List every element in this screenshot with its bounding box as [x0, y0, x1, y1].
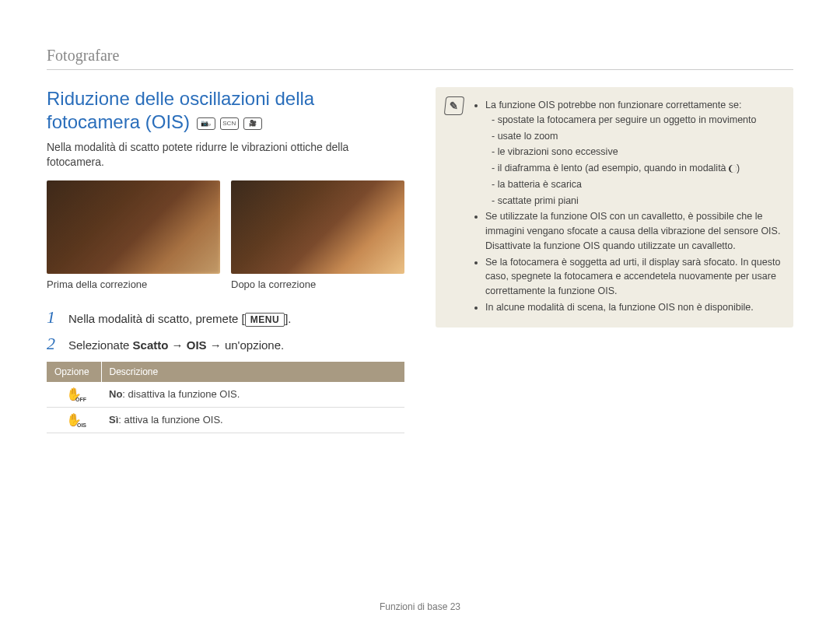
step-1: 1 Nella modalità di scatto, premete [MEN…	[47, 307, 404, 328]
left-column: Riduzione delle oscillazioni della fotoc…	[47, 87, 404, 433]
steps-list: 1 Nella modalità di scatto, premete [MEN…	[47, 307, 404, 354]
note-sub: il diaframma è lento (ad esempio, quando…	[492, 161, 781, 176]
step-number: 1	[47, 307, 61, 328]
note-bullet: La funzione OIS potrebbe non funzionare …	[485, 98, 781, 208]
ois-off-icon: ✋OFF	[66, 388, 82, 401]
caption-before: Prima della correzione	[47, 278, 220, 290]
camera-p-icon: 📷ₚ	[197, 117, 215, 130]
title-text: Riduzione delle oscillazioni della fotoc…	[47, 88, 314, 132]
step-2: 2 Selezionate Scatto → OIS → un'opzione.	[47, 334, 404, 354]
note-bullet: Se la fotocamera è soggetta ad urti, il …	[485, 255, 781, 299]
video-icon: 🎥	[243, 117, 262, 130]
opt-yes-label: Sì	[109, 414, 118, 426]
note-icon: ✎	[444, 96, 465, 115]
menu-button-label: MENU	[245, 313, 285, 327]
example-photos: Prima della correzione Dopo la correzion…	[47, 180, 404, 290]
page-title: Riduzione delle oscillazioni della fotoc…	[47, 87, 404, 134]
table-row: ✋OFF No: disattiva la funzione OIS.	[47, 382, 404, 408]
th-desc: Descrizione	[101, 362, 404, 382]
opt-no-text: : disattiva la funzione OIS.	[122, 388, 240, 400]
ois-on-icon: ✋OIS	[66, 414, 82, 426]
intro-text: Nella modalità di scatto potete ridurre …	[47, 140, 404, 170]
note-sub: le vibrazioni sono eccessive	[492, 145, 781, 159]
note-b1: La funzione OIS potrebbe non funzionare …	[485, 100, 741, 110]
photo-before	[47, 180, 220, 274]
footer-label: Funzioni di base	[380, 601, 447, 612]
note-bullet: In alcune modalità di scena, la funzione…	[485, 300, 781, 315]
page-footer: Funzioni di base 23	[0, 601, 840, 612]
caption-after: Dopo la correzione	[231, 278, 404, 290]
step2-arrow2: → un'opzione.	[207, 338, 285, 352]
th-option: Opzione	[47, 362, 101, 382]
note-sub: scattate primi piani	[492, 194, 781, 208]
step2-bold2: OIS	[187, 338, 207, 352]
note-sub: usate lo zoom	[492, 129, 781, 144]
section-label: Fotografare	[47, 47, 793, 70]
note-sub: spostate la fotocamera per seguire un og…	[492, 113, 781, 128]
step2-prefix: Selezionate	[68, 338, 133, 352]
table-row: ✋OIS Sì: attiva la funzione OIS.	[47, 407, 404, 433]
opt-no-label: No	[109, 388, 122, 400]
step1-suffix: ].	[285, 312, 291, 325]
options-table: Opzione Descrizione ✋OFF No: disattiva l…	[47, 362, 404, 433]
step2-bold1: Scatto	[133, 338, 169, 352]
note-bullet: Se utilizzate la funzione OIS con un cav…	[485, 209, 781, 253]
scene-icon: SCN	[220, 117, 239, 130]
step2-arrow1: →	[168, 338, 186, 352]
note-box: ✎ La funzione OIS potrebbe non funzionar…	[436, 87, 793, 328]
footer-page: 23	[450, 601, 460, 612]
step1-prefix: Nella modalità di scatto, premete [	[68, 312, 245, 325]
opt-yes-text: : attiva la funzione OIS.	[118, 414, 222, 426]
step-number: 2	[47, 334, 61, 354]
note-sub: la batteria è scarica	[492, 177, 781, 192]
right-column: ✎ La funzione OIS potrebbe non funzionar…	[436, 87, 793, 433]
night-mode-icon	[729, 165, 737, 173]
photo-after	[231, 180, 404, 274]
